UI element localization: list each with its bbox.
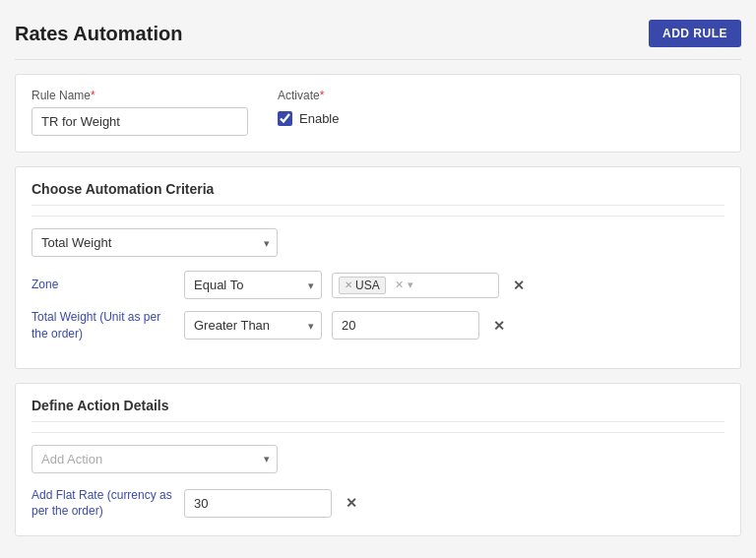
- action-section: Define Action Details Add Action Add Fla…: [15, 383, 741, 537]
- criteria-dropdown-row: Total Weight Total Price Item Count: [32, 228, 724, 257]
- criteria-section: Choose Automation Criteria Total Weight …: [15, 166, 741, 369]
- weight-condition-select-wrapper: Equal To Not Equal To Greater Than Less …: [184, 311, 322, 340]
- zone-caret-icon[interactable]: ▾: [408, 279, 413, 291]
- enable-checkbox[interactable]: [278, 111, 292, 126]
- rule-meta-row: Rule Name* Activate* Enable: [32, 89, 724, 136]
- add-rule-button[interactable]: ADD RULE: [649, 20, 741, 47]
- action-dropdown-row: Add Action Add Flat Rate Add Percentage …: [32, 445, 724, 473]
- criteria-row-zone: Zone Equal To Not Equal To Greater Than …: [32, 271, 724, 299]
- page-title: Rates Automation: [15, 23, 182, 45]
- rule-section: Rule Name* Activate* Enable: [15, 74, 741, 153]
- criteria-section-title: Choose Automation Criteria: [32, 181, 724, 206]
- flat-rate-label: Add Flat Rate (currency as per the order…: [32, 487, 174, 521]
- activate-label: Activate*: [278, 89, 339, 102]
- activate-group: Activate* Enable: [278, 89, 339, 126]
- rule-name-label: Rule Name*: [32, 89, 248, 102]
- rule-name-input[interactable]: [32, 107, 248, 136]
- zone-clear-icon[interactable]: ✕: [395, 279, 404, 291]
- flat-rate-value-input[interactable]: [184, 489, 332, 518]
- action-section-title: Define Action Details: [32, 398, 724, 422]
- zone-input-controls: ✕ ▾: [395, 279, 413, 291]
- action-type-select-wrapper: Add Action Add Flat Rate Add Percentage …: [32, 445, 278, 473]
- zone-tag-value: USA: [355, 279, 380, 292]
- weight-label: Total Weight (Unit as per the order): [32, 309, 174, 342]
- weight-row-remove-button[interactable]: ✕: [489, 318, 509, 334]
- zone-tag-input[interactable]: ✕ USA ✕ ▾: [332, 273, 499, 298]
- weight-value-input[interactable]: [332, 311, 479, 340]
- weight-condition-select[interactable]: Equal To Not Equal To Greater Than Less …: [184, 311, 322, 340]
- enable-label[interactable]: Enable: [299, 111, 339, 126]
- zone-condition-select-wrapper: Equal To Not Equal To Greater Than Less …: [184, 271, 322, 299]
- zone-label: Zone: [32, 277, 174, 293]
- action-row-flat-rate: Add Flat Rate (currency as per the order…: [32, 487, 724, 521]
- rule-name-group: Rule Name*: [32, 89, 248, 136]
- criteria-type-select-wrapper: Total Weight Total Price Item Count: [32, 228, 278, 257]
- flat-rate-row-remove-button[interactable]: ✕: [342, 495, 361, 511]
- enable-row: Enable: [278, 111, 339, 126]
- zone-condition-select[interactable]: Equal To Not Equal To Greater Than Less …: [184, 271, 322, 299]
- criteria-row-weight: Total Weight (Unit as per the order) Equ…: [32, 309, 724, 342]
- zone-tag: ✕ USA: [339, 277, 386, 294]
- page-header: Rates Automation ADD RULE: [15, 10, 741, 60]
- zone-tag-x-icon[interactable]: ✕: [345, 279, 352, 290]
- criteria-type-select[interactable]: Total Weight Total Price Item Count: [32, 228, 278, 257]
- action-type-select[interactable]: Add Action Add Flat Rate Add Percentage …: [32, 445, 278, 473]
- zone-row-remove-button[interactable]: ✕: [509, 278, 529, 293]
